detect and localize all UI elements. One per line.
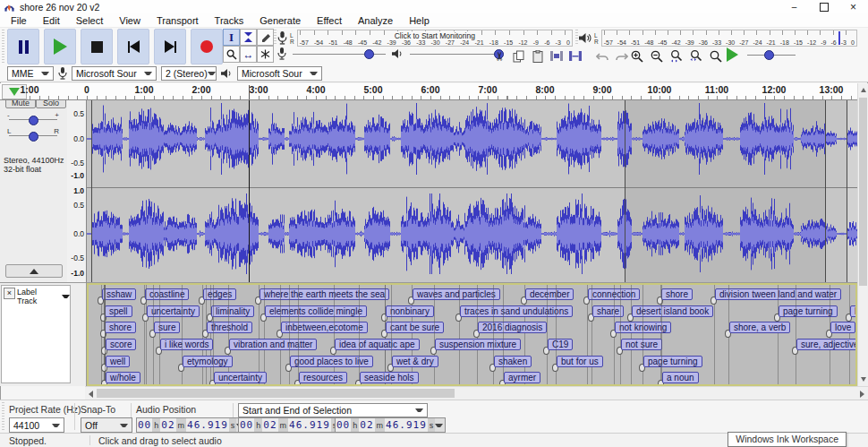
stop-button[interactable] (81, 29, 113, 64)
label-chip[interactable]: sshaw (102, 288, 136, 300)
play-button[interactable] (44, 29, 76, 64)
label-chip[interactable]: well (106, 356, 130, 367)
maximize-button[interactable] (809, 0, 838, 13)
chevron-down-icon[interactable] (435, 424, 443, 427)
recording-meter-toolbar[interactable]: LR -57-54-51-48-45-42-39-36-33-30-27-24-… (277, 30, 573, 47)
project-rate-combo[interactable]: 44100 (9, 417, 64, 433)
playback-meter[interactable]: -57-54-51-48-45-42-39-36-33-30-27-24-21-… (601, 30, 857, 47)
menu-help[interactable]: Help (401, 15, 438, 26)
scroll-right-icon[interactable] (860, 391, 864, 398)
menu-view[interactable]: View (111, 15, 149, 26)
label-chip[interactable]: waves and particles (413, 288, 500, 300)
time-unit[interactable]: h (351, 418, 359, 432)
label-chip[interactable]: page turning (779, 305, 838, 317)
label-chip[interactable]: uncertainty (214, 372, 267, 383)
horizontal-scrollbar[interactable] (85, 386, 868, 400)
stereo-track-waveform[interactable] (87, 100, 857, 283)
vertical-scrollbar[interactable] (857, 83, 868, 386)
label-chip[interactable]: sure, adjective (796, 339, 857, 350)
label-chip[interactable]: share (592, 305, 624, 317)
selection-mode-combo[interactable]: Start and End of Selection (238, 403, 428, 417)
time-digits[interactable]: 00 (336, 418, 351, 432)
label-chip[interactable]: where the earth meets the sea (260, 288, 389, 300)
time-digits[interactable]: 02 (160, 418, 175, 432)
label-chip[interactable]: uncertainty (147, 305, 200, 317)
label-chip[interactable]: inbetween,ecotome (281, 322, 368, 333)
label-chip[interactable]: spell (105, 305, 132, 317)
time-digits[interactable]: 46.919 (186, 418, 229, 432)
label-chip[interactable]: w/hole (106, 372, 140, 383)
zoom-in-button[interactable] (628, 47, 645, 64)
horizontal-scroll-thumb[interactable] (97, 389, 455, 398)
multi-tool-button[interactable] (257, 46, 274, 63)
zoom-tool-button[interactable] (223, 46, 240, 63)
label-boundary-line[interactable] (778, 285, 779, 384)
envelope-tool-button[interactable] (240, 29, 257, 46)
time-unit[interactable]: h (152, 418, 160, 432)
label-boundary-line[interactable] (210, 285, 211, 384)
play-at-speed-button[interactable] (727, 47, 738, 62)
label-track-control-panel[interactable]: × Label Track (0, 283, 87, 386)
close-button[interactable]: × (838, 0, 868, 13)
label-chip[interactable]: 2016 diagnosis (478, 322, 547, 333)
time-unit[interactable]: h (254, 418, 262, 432)
time-unit[interactable]: s (229, 418, 237, 432)
label-chip[interactable]: edges (203, 288, 236, 300)
cut-button[interactable]: ✂ (491, 47, 508, 64)
label-chip[interactable]: wet & dry (392, 356, 438, 367)
audio-position-field[interactable]: 00h02m46.919s (136, 417, 247, 433)
skip-to-end-button[interactable] (154, 29, 186, 64)
label-chip[interactable]: ayrmer (504, 372, 540, 383)
label-boundary-line[interactable] (547, 285, 548, 384)
label-chip[interactable]: december (525, 288, 574, 300)
label-chip[interactable]: liminality (211, 305, 254, 317)
label-chip[interactable]: page turning (643, 356, 702, 367)
label-boundary-line[interactable] (159, 285, 160, 384)
skip-to-start-button[interactable] (117, 29, 149, 64)
label-boundary-line[interactable] (434, 285, 435, 384)
label-chip[interactable]: desert island book (632, 305, 713, 317)
minimize-button[interactable]: – (779, 0, 809, 13)
timeline-ruler[interactable]: 1:0001:002:003:004:005:006:007:008:009:0… (0, 83, 857, 100)
zoom-toggle-button[interactable] (707, 47, 724, 64)
label-boundary-line[interactable] (298, 285, 299, 384)
label-chip[interactable]: shaken (494, 356, 532, 367)
monitoring-overlay-text[interactable]: Click to Start Monitoring (392, 31, 478, 40)
recording-channels-combo[interactable]: 2 (Stereo) (161, 66, 217, 81)
label-chip[interactable]: love (830, 322, 855, 333)
time-digits[interactable]: 46.919 (385, 418, 428, 432)
label-chip[interactable]: score (106, 339, 136, 350)
menu-transport[interactable]: Transport (149, 15, 207, 26)
time-unit[interactable]: s (428, 418, 436, 432)
audio-host-combo[interactable]: MME (7, 66, 54, 81)
menu-analyze[interactable]: Analyze (350, 15, 401, 26)
label-chip[interactable]: etymology (183, 356, 233, 367)
menu-effect[interactable]: Effect (309, 15, 350, 26)
label-boundary-line[interactable] (503, 285, 504, 384)
label-boundary-line[interactable] (849, 285, 850, 384)
label-chip[interactable]: seaside hols (360, 372, 419, 383)
scroll-down-icon[interactable] (861, 377, 866, 382)
close-track-button[interactable]: × (4, 288, 15, 299)
label-boundary-line[interactable] (264, 285, 265, 384)
menu-select[interactable]: Select (68, 15, 112, 26)
label-chip[interactable]: sure (154, 322, 180, 333)
label-chip[interactable]: coastline (145, 288, 189, 300)
silence-audio-button[interactable] (566, 47, 583, 64)
vertical-scale-ruler[interactable]: 0.50.0-0.5-1.01.00.50.0-0.5-1.0 (67, 100, 87, 283)
play-speed-slider[interactable] (745, 48, 797, 61)
zoom-out-button[interactable] (648, 47, 665, 64)
paste-button[interactable] (529, 47, 546, 64)
label-chip[interactable]: vibration and matter (229, 339, 317, 350)
label-track-title[interactable]: Label Track (17, 288, 70, 305)
mute-button[interactable]: Mute (5, 100, 36, 108)
solo-button[interactable]: Solo (36, 100, 66, 108)
undo-button[interactable] (594, 47, 611, 64)
recording-device-combo[interactable]: Microsoft Sour (72, 66, 157, 81)
time-digits[interactable]: 02 (262, 418, 277, 432)
gain-slider[interactable]: - + (7, 112, 59, 125)
label-chip[interactable]: suspension mixture (435, 339, 521, 350)
record-button[interactable] (191, 29, 223, 64)
selection-end-field[interactable]: 00h02m46.919s (335, 417, 446, 433)
label-chip[interactable]: but for us (557, 356, 603, 367)
